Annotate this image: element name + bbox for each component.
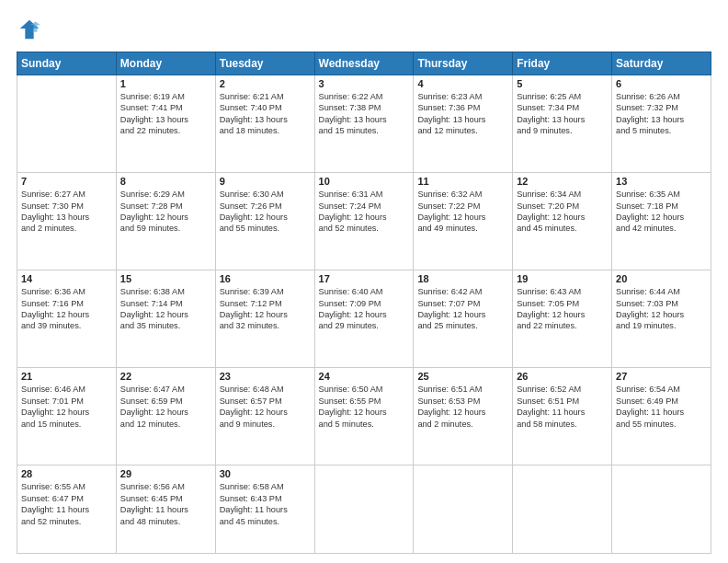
day-number: 20 (616, 273, 707, 284)
cell-info: Daylight: 13 hours (517, 114, 608, 125)
cell-info: and 22 minutes. (517, 320, 608, 331)
cell-info: Sunset: 7:14 PM (120, 298, 211, 309)
week-row-1: 1Sunrise: 6:19 AMSunset: 7:41 PMDaylight… (17, 75, 711, 173)
cell-info: Sunset: 6:45 PM (120, 493, 211, 504)
calendar-header: SundayMondayTuesdayWednesdayThursdayFrid… (17, 52, 711, 75)
cell-info: Sunset: 6:51 PM (517, 396, 608, 407)
calendar-cell: 25Sunrise: 6:51 AMSunset: 6:53 PMDayligh… (414, 368, 513, 465)
cell-info: Daylight: 12 hours (616, 212, 707, 223)
cell-info: and 32 minutes. (220, 320, 311, 331)
cell-info: Sunrise: 6:35 AM (616, 189, 707, 200)
cell-info: Sunrise: 6:55 AM (21, 481, 112, 492)
day-number: 25 (417, 371, 508, 382)
calendar-cell: 23Sunrise: 6:48 AMSunset: 6:57 PMDayligh… (215, 368, 314, 465)
cell-info: Daylight: 13 hours (120, 114, 211, 125)
calendar-cell: 20Sunrise: 6:44 AMSunset: 7:03 PMDayligh… (612, 270, 711, 368)
cell-info: Sunset: 7:38 PM (319, 102, 410, 113)
calendar-cell: 9Sunrise: 6:30 AMSunset: 7:26 PMDaylight… (215, 173, 314, 270)
cell-info: and 35 minutes. (120, 320, 211, 331)
day-number: 28 (21, 468, 112, 479)
cell-info: Daylight: 12 hours (319, 309, 410, 320)
cell-info: Daylight: 12 hours (417, 407, 508, 418)
cell-info: Daylight: 12 hours (517, 309, 608, 320)
cell-info: and 15 minutes. (319, 125, 410, 136)
calendar-cell: 19Sunrise: 6:43 AMSunset: 7:05 PMDayligh… (513, 270, 612, 368)
day-number: 12 (517, 176, 608, 187)
weekday-saturday: Saturday (612, 52, 711, 75)
calendar-cell (612, 465, 711, 554)
cell-info: Daylight: 12 hours (220, 212, 311, 223)
day-number: 5 (517, 78, 608, 89)
weekday-tuesday: Tuesday (215, 52, 314, 75)
cell-info: Daylight: 12 hours (220, 407, 311, 418)
cell-info: Sunset: 6:55 PM (319, 396, 410, 407)
cell-info: Sunrise: 6:34 AM (517, 189, 608, 200)
cell-info: Daylight: 12 hours (120, 309, 211, 320)
cell-info: and 55 minutes. (220, 223, 311, 234)
weekday-header-row: SundayMondayTuesdayWednesdayThursdayFrid… (17, 52, 711, 75)
calendar-body: 1Sunrise: 6:19 AMSunset: 7:41 PMDaylight… (17, 75, 711, 554)
cell-info: Daylight: 13 hours (417, 114, 508, 125)
cell-info: Daylight: 13 hours (319, 114, 410, 125)
cell-info: Sunrise: 6:43 AM (517, 286, 608, 297)
calendar-cell: 11Sunrise: 6:32 AMSunset: 7:22 PMDayligh… (414, 173, 513, 270)
day-number: 21 (21, 371, 112, 382)
calendar-cell: 8Sunrise: 6:29 AMSunset: 7:28 PMDaylight… (116, 173, 215, 270)
cell-info: and 59 minutes. (120, 223, 211, 234)
calendar-cell (17, 75, 117, 173)
weekday-monday: Monday (116, 52, 215, 75)
week-row-5: 28Sunrise: 6:55 AMSunset: 6:47 PMDayligh… (17, 465, 711, 554)
cell-info: Sunset: 7:26 PM (220, 201, 311, 212)
cell-info: Sunrise: 6:52 AM (517, 384, 608, 395)
day-number: 18 (417, 273, 508, 284)
cell-info: Sunset: 7:41 PM (120, 102, 211, 113)
cell-info: and 19 minutes. (616, 320, 707, 331)
cell-info: and 52 minutes. (319, 223, 410, 234)
cell-info: Daylight: 12 hours (220, 309, 311, 320)
cell-info: Daylight: 12 hours (120, 407, 211, 418)
calendar-cell: 13Sunrise: 6:35 AMSunset: 7:18 PMDayligh… (612, 173, 711, 270)
cell-info: Sunset: 6:57 PM (220, 396, 311, 407)
cell-info: Sunset: 7:30 PM (21, 201, 112, 212)
day-number: 11 (417, 176, 508, 187)
cell-info: Sunset: 6:59 PM (120, 396, 211, 407)
calendar-cell: 4Sunrise: 6:23 AMSunset: 7:36 PMDaylight… (414, 75, 513, 173)
cell-info: and 9 minutes. (220, 419, 311, 430)
header (17, 17, 711, 42)
logo-icon (17, 17, 42, 42)
cell-info: Daylight: 12 hours (517, 212, 608, 223)
cell-info: Sunrise: 6:30 AM (220, 189, 311, 200)
day-number: 19 (517, 273, 608, 284)
day-number: 4 (417, 78, 508, 89)
weekday-sunday: Sunday (17, 52, 117, 75)
day-number: 2 (220, 78, 311, 89)
calendar-cell: 2Sunrise: 6:21 AMSunset: 7:40 PMDaylight… (215, 75, 314, 173)
cell-info: Sunset: 7:32 PM (616, 102, 707, 113)
day-number: 10 (319, 176, 410, 187)
cell-info: Sunrise: 6:44 AM (616, 286, 707, 297)
calendar-cell: 18Sunrise: 6:42 AMSunset: 7:07 PMDayligh… (414, 270, 513, 368)
cell-info: Daylight: 12 hours (417, 309, 508, 320)
cell-info: Sunset: 7:09 PM (319, 298, 410, 309)
day-number: 15 (120, 273, 211, 284)
day-number: 23 (220, 371, 311, 382)
cell-info: Sunrise: 6:27 AM (21, 189, 112, 200)
cell-info: Sunset: 6:53 PM (417, 396, 508, 407)
weekday-wednesday: Wednesday (314, 52, 414, 75)
cell-info: Daylight: 11 hours (21, 504, 112, 515)
calendar-cell: 26Sunrise: 6:52 AMSunset: 6:51 PMDayligh… (513, 368, 612, 465)
cell-info: Sunset: 7:01 PM (21, 396, 112, 407)
cell-info: Sunset: 7:16 PM (21, 298, 112, 309)
cell-info: and 22 minutes. (120, 125, 211, 136)
calendar-cell: 24Sunrise: 6:50 AMSunset: 6:55 PMDayligh… (314, 368, 414, 465)
cell-info: Sunset: 7:18 PM (616, 201, 707, 212)
weekday-thursday: Thursday (414, 52, 513, 75)
cell-info: Daylight: 12 hours (417, 212, 508, 223)
cell-info: Daylight: 13 hours (616, 114, 707, 125)
cell-info: Sunrise: 6:42 AM (417, 286, 508, 297)
week-row-2: 7Sunrise: 6:27 AMSunset: 7:30 PMDaylight… (17, 173, 711, 270)
calendar-cell: 5Sunrise: 6:25 AMSunset: 7:34 PMDaylight… (513, 75, 612, 173)
cell-info: Sunrise: 6:50 AM (319, 384, 410, 395)
cell-info: Sunset: 7:12 PM (220, 298, 311, 309)
cell-info: Sunrise: 6:38 AM (120, 286, 211, 297)
